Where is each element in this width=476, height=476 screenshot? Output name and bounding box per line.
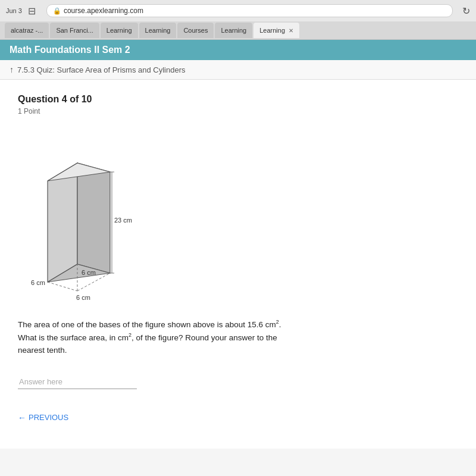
tab-learning-1[interactable]: Learning xyxy=(101,23,138,38)
tab-bar: alcatraz -... San Franci... Learning Lea… xyxy=(0,21,476,39)
answer-input[interactable] xyxy=(18,375,137,389)
lock-icon: 🔒 xyxy=(53,7,61,15)
question-points: 1 Point xyxy=(18,107,458,115)
refresh-icon[interactable]: ↻ xyxy=(462,5,470,17)
breadcrumb-icon: ↑ xyxy=(10,65,14,74)
question-text-part3: What is the surface area, in cm xyxy=(18,333,129,342)
tab-sanfranci[interactable]: San Franci... xyxy=(50,23,99,38)
quiz-breadcrumb: ↑ 7.5.3 Quiz: Surface Area of Prisms and… xyxy=(0,60,476,80)
side1-label: 6 cm xyxy=(82,269,96,276)
previous-label: PREVIOUS xyxy=(29,413,68,422)
question-text-part4: , of the figure? Round your answer to th… xyxy=(131,333,277,342)
answer-section xyxy=(18,375,458,389)
main-content: Question 4 of 10 1 Point xyxy=(0,80,476,449)
course-title: Math Foundations II Sem 2 xyxy=(10,45,130,55)
side3-label: 6 cm xyxy=(76,294,90,301)
top-bar: Jun 3 ⊟ 🔒 course.apexlearning.com ↻ xyxy=(0,0,476,21)
sidebar-icon[interactable]: ⊟ xyxy=(28,5,36,17)
tab-alcatraz[interactable]: alcatraz -... xyxy=(5,23,49,38)
question-text-part5: nearest tenth. xyxy=(18,346,67,355)
browser-date: Jun 3 xyxy=(6,7,22,14)
url-text: course.apexlearning.com xyxy=(64,7,143,15)
previous-arrow-icon: ← xyxy=(18,413,26,422)
question-text-part1: The area of one of the bases of the figu… xyxy=(18,320,276,329)
side2-label: 6 cm xyxy=(31,279,45,286)
svg-line-4 xyxy=(48,282,77,291)
quiz-label: 7.5.3 Quiz: Surface Area of Prisms and C… xyxy=(17,65,186,74)
browser-chrome: Jun 3 ⊟ 🔒 course.apexlearning.com ↻ alca… xyxy=(0,0,476,40)
height-label: 23 cm xyxy=(114,217,132,224)
figure-container: 23 cm 6 cm 6 cm 6 cm xyxy=(18,127,458,306)
course-header: Math Foundations II Sem 2 xyxy=(0,40,476,60)
question-text-part2: . xyxy=(279,320,281,329)
tab-learning-2[interactable]: Learning xyxy=(139,23,177,38)
prism-figure: 23 cm 6 cm 6 cm 6 cm xyxy=(24,127,155,306)
tab-learning-active[interactable]: Learning ✕ xyxy=(253,23,299,38)
previous-button[interactable]: ← PREVIOUS xyxy=(18,413,68,422)
url-bar[interactable]: 🔒 course.apexlearning.com xyxy=(46,4,453,17)
svg-marker-0 xyxy=(48,163,77,282)
question-header: Question 4 of 10 xyxy=(18,94,458,105)
svg-marker-1 xyxy=(77,163,110,273)
tab-close-icon[interactable]: ✕ xyxy=(289,27,293,34)
question-text: The area of one of the bases of the figu… xyxy=(18,318,375,357)
page-wrapper: Math Foundations II Sem 2 ↑ 7.5.3 Quiz: … xyxy=(0,40,476,476)
tab-learning-3[interactable]: Learning xyxy=(215,23,252,38)
nav-section: ← PREVIOUS xyxy=(18,413,458,434)
tab-courses[interactable]: Courses xyxy=(177,23,214,38)
